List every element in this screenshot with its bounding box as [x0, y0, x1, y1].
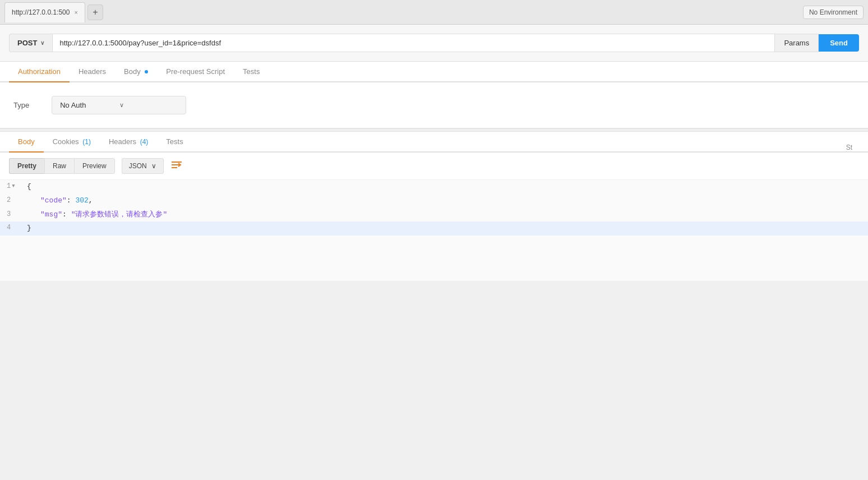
pretty-button[interactable]: Pretty: [9, 158, 44, 174]
resp-cookies-label: Cookies: [53, 137, 79, 146]
tab-pre-request-script[interactable]: Pre-request Script: [157, 62, 234, 82]
raw-button[interactable]: Raw: [44, 158, 74, 174]
view-format-group: Pretty Raw Preview: [9, 158, 115, 174]
response-status-area: St: [839, 144, 859, 151]
method-chevron-icon: ∨: [40, 40, 44, 46]
response-toolbar: Pretty Raw Preview JSON ∨: [0, 153, 868, 180]
request-bar: POST ∨ Params Send: [0, 25, 868, 62]
code-line-4: 4 }: [0, 221, 868, 236]
authorization-section: Type No Auth ∨: [0, 82, 868, 128]
method-selector[interactable]: POST ∨: [9, 34, 52, 52]
code-line-1: 1 ▼ {: [0, 180, 868, 194]
code-content-2: "code": 302,: [22, 194, 868, 208]
tab-pre-request-label: Pre-request Script: [166, 67, 225, 76]
tab-authorization-label: Authorization: [18, 67, 61, 76]
tab-body[interactable]: Body: [115, 62, 157, 82]
cookies-badge: (1): [82, 138, 91, 146]
method-label: POST: [17, 39, 37, 47]
environment-selector[interactable]: No Environment: [803, 6, 864, 19]
format-chevron-icon: ∨: [151, 162, 156, 170]
url-input[interactable]: [52, 34, 775, 52]
tab-bar: http://127.0.0.1:500 × + No Environment: [0, 0, 868, 25]
auth-type-label: Type: [13, 101, 29, 109]
code-line-3: 3 "msg": "请求参数错误，请检查入参": [0, 208, 868, 222]
status-label: St: [839, 144, 859, 151]
format-selector[interactable]: JSON ∨: [122, 158, 164, 174]
tab-authorization[interactable]: Authorization: [9, 62, 70, 82]
preview-button[interactable]: Preview: [74, 158, 115, 174]
tab-url-label: http://127.0.0.1:500: [12, 8, 70, 16]
params-button[interactable]: Params: [775, 34, 819, 52]
resp-headers-label: Headers: [109, 137, 136, 146]
no-auth-label: No Auth: [60, 101, 86, 109]
send-button[interactable]: Send: [819, 34, 859, 52]
line-number-4: 4: [7, 223, 11, 233]
line-number-1: 1: [7, 181, 11, 192]
response-tabs: Body Cookies (1) Headers (4) Tests St: [0, 132, 868, 153]
tab-tests-label: Tests: [243, 67, 260, 76]
code-content-4: }: [22, 221, 868, 236]
resp-tab-cookies[interactable]: Cookies (1): [44, 132, 100, 153]
auth-type-dropdown[interactable]: No Auth ∨: [52, 96, 186, 114]
tab-body-label: Body: [124, 67, 141, 76]
line-number-2: 2: [7, 195, 11, 206]
resp-tests-label: Tests: [166, 137, 183, 146]
format-label: JSON: [129, 162, 147, 170]
word-wrap-button[interactable]: [170, 160, 183, 173]
response-code-area: 1 ▼ { 2 "code": 302, 3 "msg": "请求参数错误，请检…: [0, 180, 868, 281]
resp-tab-tests[interactable]: Tests: [157, 132, 192, 153]
tab-headers[interactable]: Headers: [70, 62, 115, 82]
headers-badge: (4): [140, 138, 149, 146]
tab-headers-label: Headers: [79, 67, 106, 76]
request-tabs: Authorization Headers Body Pre-request S…: [0, 62, 868, 82]
tab-tests[interactable]: Tests: [234, 62, 269, 82]
code-line-2: 2 "code": 302,: [0, 194, 868, 208]
new-tab-button[interactable]: +: [87, 4, 103, 20]
resp-tab-body[interactable]: Body: [9, 132, 44, 153]
resp-tab-headers[interactable]: Headers (4): [100, 132, 157, 153]
code-content-1: {: [22, 180, 868, 194]
body-dot-indicator: [145, 70, 148, 73]
auth-chevron-icon: ∨: [119, 101, 124, 109]
line-number-3: 3: [7, 209, 11, 220]
close-tab-button[interactable]: ×: [74, 9, 77, 16]
fold-arrow-icon[interactable]: ▼: [12, 182, 15, 190]
resp-body-label: Body: [18, 137, 35, 146]
code-content-3: "msg": "请求参数错误，请检查入参": [22, 208, 868, 222]
request-tab[interactable]: http://127.0.0.1:500 ×: [4, 2, 85, 22]
